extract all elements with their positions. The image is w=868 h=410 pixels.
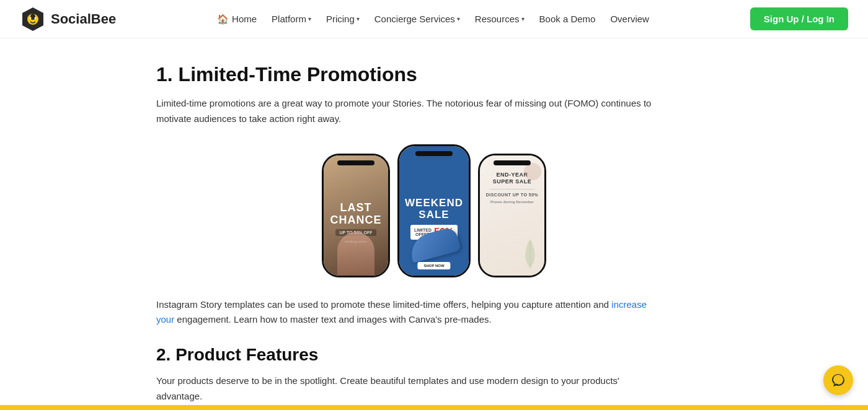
nav-pricing[interactable]: Pricing ▾ [320, 10, 366, 28]
phone3-discount-text: DISCOUNT UP TO 50% [486, 193, 539, 197]
section1-after-text: Instagram Story templates can be used to… [156, 297, 652, 328]
phone-notch [337, 160, 374, 165]
chevron-down-icon: ▾ [308, 15, 311, 22]
phone-screen-1: LAST CHANCE UP TO 50% OFF ending soon [324, 155, 388, 276]
chevron-down-icon: ▾ [356, 15, 360, 22]
phone-screen-2: WeekendSALE LIMITEDOFFER 50% SHOP NOW [399, 146, 469, 276]
logo-icon [20, 6, 46, 32]
navbar: SocialBee 🏠 Home Platform ▾ Pricing ▾ Co… [0, 0, 868, 38]
home-icon: 🏠 [217, 14, 229, 25]
phone-notch [494, 160, 531, 165]
phone3-circle-deco [524, 163, 541, 180]
svg-point-2 [30, 14, 35, 20]
phone3-leaf-deco [521, 238, 539, 269]
section1-description: Limited-time promotions are a great way … [156, 96, 652, 127]
section1-heading: 1. Limited-Time Promotions [156, 63, 712, 86]
chevron-down-icon: ▾ [521, 15, 525, 22]
section1-text-part2: engagement. Learn how to master text and… [174, 314, 491, 325]
svg-point-3 [30, 17, 32, 19]
section2-description: Your products deserve to be in the spotl… [156, 373, 652, 404]
nav-concierge[interactable]: Concierge Services ▾ [368, 10, 466, 28]
phone2-shop-btn: SHOP NOW [417, 262, 450, 269]
phone1-big-text: LAST CHANCE [324, 202, 388, 227]
phone1-person-deco [337, 232, 374, 276]
section-limited-promotions: 1. Limited-Time Promotions Limited-time … [156, 63, 712, 328]
nav-book-demo[interactable]: Book a Demo [533, 10, 602, 28]
section-product-features: 2. Product Features Your products deserv… [156, 345, 712, 410]
phone-notch [415, 151, 453, 156]
logo-link[interactable]: SocialBee [20, 6, 116, 32]
main-content: 1. Limited-Time Promotions Limited-time … [136, 38, 732, 410]
nav-resources[interactable]: Resources ▾ [469, 10, 531, 28]
chat-bubble-button[interactable] [823, 365, 853, 395]
chevron-down-icon: ▾ [457, 15, 460, 22]
phone2-sale-title: WeekendSALE [405, 198, 463, 220]
section2-heading: 2. Product Features [156, 345, 712, 365]
svg-point-4 [35, 17, 37, 19]
phone-mockup-1: LAST CHANCE UP TO 50% OFF ending soon [322, 154, 390, 277]
brand-name: SocialBee [51, 11, 116, 27]
phones-row-1: LAST CHANCE UP TO 50% OFF ending soon We… [156, 144, 712, 277]
signup-login-button[interactable]: Sign Up / Log In [750, 7, 848, 30]
bottom-bar [0, 405, 868, 410]
phone3-divider [490, 189, 535, 190]
phone-screen-3: END-YEARSUPER SALE DISCOUNT UP TO 50% Pr… [480, 155, 544, 276]
chat-icon [831, 373, 846, 388]
section1-text-part1: Instagram Story templates can be used to… [156, 299, 611, 310]
nav-menu: 🏠 Home Platform ▾ Pricing ▾ Concierge Se… [211, 10, 655, 28]
phone-mockup-3: END-YEARSUPER SALE DISCOUNT UP TO 50% Pr… [478, 154, 546, 277]
phone-mockup-2: WeekendSALE LIMITEDOFFER 50% SHOP NOW [397, 144, 471, 277]
nav-platform[interactable]: Platform ▾ [265, 10, 317, 28]
nav-overview[interactable]: Overview [604, 10, 655, 28]
phone3-promo-text: Promo during December [490, 200, 534, 204]
nav-home[interactable]: 🏠 Home [211, 10, 263, 28]
